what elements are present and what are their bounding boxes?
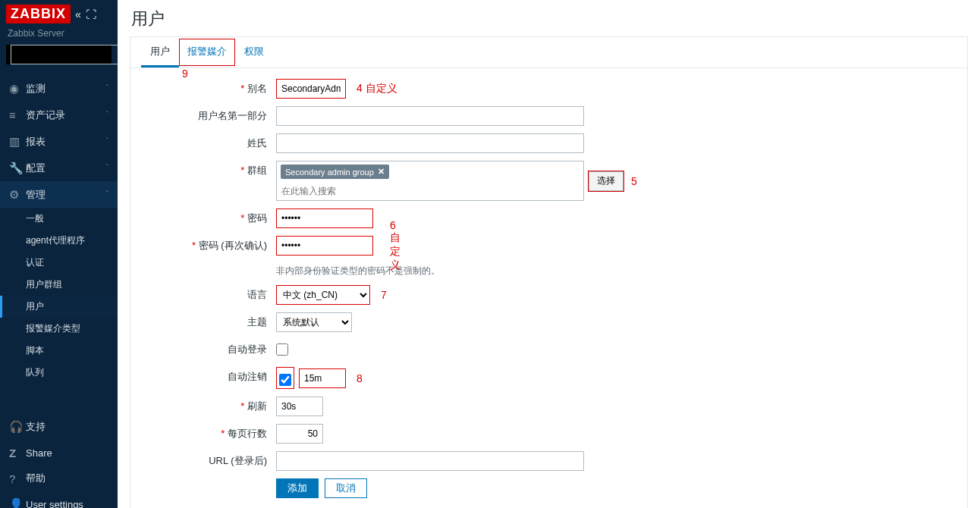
nav-sub-general[interactable]: 一般 xyxy=(0,208,118,230)
password-input[interactable] xyxy=(276,209,373,228)
nav-sub-queue[interactable]: 队列 xyxy=(0,362,118,384)
nav-support[interactable]: 🎧 支持 xyxy=(0,414,118,440)
tab-media[interactable]: 报警媒介 xyxy=(179,39,235,66)
lang-select[interactable]: 中文 (zh_CN) xyxy=(276,285,370,305)
nav-sub-auth[interactable]: 认证 xyxy=(0,252,118,274)
annotation-4: 4 自定义 xyxy=(357,82,397,96)
wrench-icon: 🔧 xyxy=(9,161,26,175)
nav-label: User settings xyxy=(26,499,108,509)
rows-input[interactable] xyxy=(276,424,323,444)
nav-help[interactable]: ? 帮助 xyxy=(0,466,118,491)
alias-input[interactable] xyxy=(276,79,346,99)
search-box[interactable]: 🔍 xyxy=(6,45,112,64)
theme-select[interactable]: 系统默认 xyxy=(276,312,352,332)
autologout-label: 自动注销 xyxy=(141,367,276,387)
password-label: 密码 xyxy=(141,209,276,228)
annotation-8: 8 xyxy=(357,372,363,384)
chevron-down-icon: ˇ xyxy=(106,137,108,146)
fullscreen-icon[interactable]: ⛶ xyxy=(86,8,96,20)
nav-sub-usergroups[interactable]: 用户群组 xyxy=(0,274,118,296)
nav-reports[interactable]: ▥ 报表 ˇ xyxy=(0,128,118,155)
logo[interactable]: ZABBIX xyxy=(6,5,71,24)
group-tag-label: Secondary admin group xyxy=(285,168,374,177)
nav-sub-media[interactable]: 报警媒介类型 xyxy=(0,318,118,340)
cancel-button[interactable]: 取消 xyxy=(325,478,367,498)
select-group-button[interactable]: 选择 xyxy=(589,171,623,191)
refresh-label: 刷新 xyxy=(141,397,276,416)
autologout-checkbox[interactable] xyxy=(279,374,291,386)
server-name: Zabbix Server xyxy=(8,28,112,39)
alias-label: 别名 xyxy=(141,79,276,99)
group-search-input[interactable] xyxy=(277,182,583,200)
autologin-checkbox[interactable] xyxy=(276,343,288,356)
tabs: 用户 报警媒介 权限 9 xyxy=(130,37,967,68)
password2-input[interactable] xyxy=(276,236,373,256)
nav-label: 配置 xyxy=(26,161,106,175)
autologout-input[interactable] xyxy=(299,368,346,388)
add-button[interactable]: 添加 xyxy=(276,478,319,498)
group-label: 群组 xyxy=(141,161,276,180)
nav-config[interactable]: 🔧 配置 ˇ xyxy=(0,155,118,181)
chevron-down-icon: ˇ xyxy=(106,111,108,119)
rows-label: 每页行数 xyxy=(141,424,276,444)
nav-label: 监测 xyxy=(26,82,106,96)
nav-label: 支持 xyxy=(26,420,108,434)
annotation-7: 7 xyxy=(381,289,387,301)
lang-label: 语言 xyxy=(141,285,276,305)
nav-label: 资产记录 xyxy=(26,108,106,122)
theme-label: 主题 xyxy=(141,312,276,332)
nav-monitoring[interactable]: ◉ 监测 ˇ xyxy=(0,75,118,102)
chevron-up-icon: ˆ xyxy=(106,190,108,199)
eye-icon: ◉ xyxy=(9,82,26,96)
nav-sub-users[interactable]: 用户 xyxy=(0,296,118,318)
collapse-icon[interactable]: « xyxy=(75,8,81,20)
chevron-down-icon: ˇ xyxy=(106,84,108,93)
password2-label: 密码 (再次确认) xyxy=(141,236,276,256)
nav-label: 管理 xyxy=(26,188,106,202)
tab-permissions[interactable]: 权限 xyxy=(235,37,273,67)
surname-label: 姓氏 xyxy=(141,133,276,153)
refresh-input[interactable] xyxy=(276,397,323,416)
group-multiselect[interactable]: Secondary admin group ✕ xyxy=(276,161,584,201)
nav-inventory[interactable]: ≡ 资产记录 ˇ xyxy=(0,102,118,128)
nav-label: 帮助 xyxy=(26,472,108,485)
z-icon: Z xyxy=(9,447,26,459)
sidebar: ZABBIX « ⛶ Zabbix Server 🔍 ◉ 监测 ˇ ≡ 资产记录… xyxy=(0,0,118,508)
nav-user-settings[interactable]: 👤 User settings xyxy=(0,491,118,508)
url-label: URL (登录后) xyxy=(141,451,276,471)
autologin-label: 自动登录 xyxy=(141,340,276,359)
group-tag[interactable]: Secondary admin group ✕ xyxy=(281,165,389,179)
bar-icon: ▥ xyxy=(9,135,26,149)
annotation-5: 5 xyxy=(631,175,637,187)
tab-user[interactable]: 用户 xyxy=(141,37,179,67)
nav-share[interactable]: Z Share xyxy=(0,440,118,466)
headset-icon: 🎧 xyxy=(9,420,26,434)
annotation-6: 6 自定义 xyxy=(390,219,400,272)
nav-label: 报表 xyxy=(26,135,106,149)
nav-sub-scripts[interactable]: 脚本 xyxy=(0,340,118,362)
nav-label: Share xyxy=(26,447,108,459)
gear-icon: ⚙ xyxy=(9,188,26,202)
surname-input[interactable] xyxy=(276,133,584,153)
help-icon: ? xyxy=(9,472,26,485)
remove-tag-icon[interactable]: ✕ xyxy=(378,167,385,177)
firstname-label: 用户名第一部分 xyxy=(141,106,276,126)
firstname-input[interactable] xyxy=(276,106,584,126)
url-input[interactable] xyxy=(276,451,584,471)
user-icon: 👤 xyxy=(9,497,26,508)
chevron-down-icon: ˇ xyxy=(106,164,108,172)
nav-sub-proxies[interactable]: agent代理程序 xyxy=(0,230,118,252)
annotation-9: 9 xyxy=(182,67,188,80)
nav-admin[interactable]: ⚙ 管理 ˆ xyxy=(0,181,118,208)
list-icon: ≡ xyxy=(9,108,26,121)
password-hint: 非内部身份验证类型的密码不是强制的。 xyxy=(276,265,440,278)
search-input[interactable] xyxy=(11,45,135,64)
page-title: 用户 xyxy=(118,0,980,36)
